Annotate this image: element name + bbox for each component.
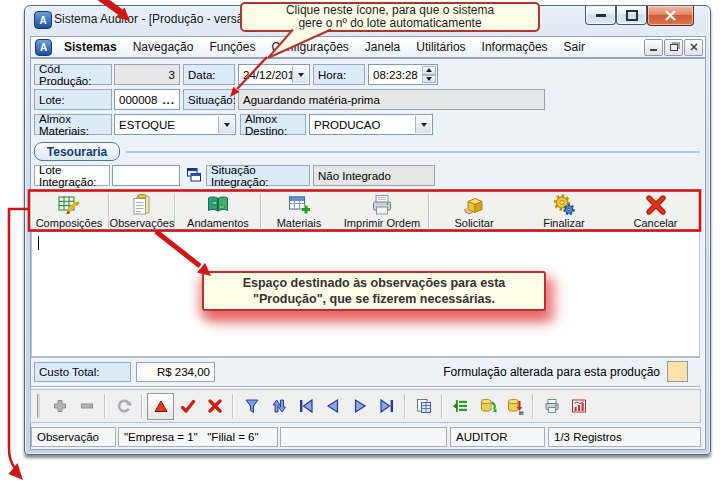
toolbar-separator xyxy=(404,394,406,418)
lote-integracao-label: Lote Integração: xyxy=(34,165,110,186)
almox-materiais-dropdown-button[interactable] xyxy=(218,116,234,133)
chevron-down-icon xyxy=(224,123,230,127)
table-pencil-icon xyxy=(57,193,81,217)
cancelar-button[interactable]: Cancelar xyxy=(610,191,701,230)
tab-tesouraria[interactable]: Tesouraria xyxy=(34,142,120,161)
statusbar-empresa-filial: "Empresa = 1" "Filial = 6" xyxy=(118,427,278,447)
record-nav-toolbar xyxy=(30,389,701,423)
minimize-button[interactable] xyxy=(585,6,616,25)
lote-label: Lote: xyxy=(34,89,112,110)
situacao-field: Aguardando matéria-prima xyxy=(238,89,545,110)
lote-integracao-field[interactable] xyxy=(112,165,180,186)
almox-destino-label: Almox Destino: xyxy=(240,114,306,135)
data-combobox[interactable]: 24/12/2013 xyxy=(238,64,310,85)
close-button[interactable] xyxy=(647,6,694,26)
imprimir-ordem-button[interactable]: Imprimir Ordem xyxy=(336,191,428,230)
materiais-button[interactable]: Materiais xyxy=(262,191,336,230)
hora-spinner[interactable] xyxy=(422,66,436,83)
gears-icon xyxy=(552,193,576,217)
import-list-icon xyxy=(452,397,470,415)
lote-browse-button[interactable]: ... xyxy=(162,94,175,106)
delete-record-button[interactable] xyxy=(73,393,100,420)
finalizar-button[interactable]: Finalizar xyxy=(518,191,610,230)
mdi-close-button[interactable] xyxy=(684,39,703,56)
menu-navegacao[interactable]: Navegação xyxy=(125,38,202,56)
refresh-icon xyxy=(115,397,133,415)
mdi-close-icon xyxy=(690,43,698,51)
solicitar-label: Solicitar xyxy=(454,217,493,229)
menu-utilitarios[interactable]: Utilitários xyxy=(408,38,473,56)
menu-sair[interactable]: Sair xyxy=(556,38,593,56)
hora-spinner-field[interactable]: 08:23:28 xyxy=(368,64,438,85)
x-icon xyxy=(206,397,224,415)
solicitar-button[interactable]: Solicitar xyxy=(430,191,518,230)
observacoes-label: Observações xyxy=(110,217,175,229)
lote-field[interactable]: 000008 ... xyxy=(114,89,180,110)
print-button[interactable] xyxy=(538,393,565,420)
import-list-button[interactable] xyxy=(447,393,474,420)
imprimir-ordem-label: Imprimir Ordem xyxy=(344,217,420,229)
statusbar-spare xyxy=(280,427,447,447)
spin-down-icon[interactable] xyxy=(422,75,436,84)
composicoes-button[interactable]: Composições xyxy=(30,191,108,230)
finalizar-label: Finalizar xyxy=(543,217,585,229)
next-record-icon xyxy=(351,397,369,415)
confirm-button[interactable] xyxy=(174,393,201,420)
maximize-button[interactable] xyxy=(616,6,647,25)
triangle-icon xyxy=(152,397,170,415)
toolbar-grip[interactable] xyxy=(37,394,40,418)
tab-rule xyxy=(126,151,700,153)
first-record-button[interactable] xyxy=(292,393,319,420)
last-record-button[interactable] xyxy=(373,393,400,420)
sort-arrows-icon xyxy=(270,397,288,415)
integrate-db-button[interactable] xyxy=(474,393,501,420)
menu-configuracoes[interactable]: Configurações xyxy=(263,38,356,56)
filter-button[interactable] xyxy=(238,393,265,420)
toolbar-separator xyxy=(104,394,106,418)
cod-producao-label: Cód. Produção: xyxy=(34,64,112,85)
grid-view-button[interactable] xyxy=(410,393,437,420)
spin-up-icon[interactable] xyxy=(422,66,436,75)
almox-destino-dropdown-button[interactable] xyxy=(415,116,431,133)
refresh-button[interactable] xyxy=(110,393,137,420)
divider xyxy=(31,357,700,359)
toolbar-separator xyxy=(232,394,234,418)
mdi-minimize-button[interactable] xyxy=(644,39,663,56)
text-cursor xyxy=(38,236,39,250)
last-record-icon xyxy=(378,397,396,415)
cancel-edit-button[interactable] xyxy=(201,393,228,420)
cascade-windows-icon[interactable] xyxy=(186,167,202,187)
menu-funcoes[interactable]: Funções xyxy=(201,38,263,56)
data-dropdown-button[interactable] xyxy=(292,66,308,83)
balloon-line2: gere o nº do lote automaticamente xyxy=(298,17,481,31)
chevron-down-icon xyxy=(298,73,304,77)
database-export-icon xyxy=(506,397,524,415)
report-chart-button[interactable] xyxy=(565,393,592,420)
almox-destino-combobox[interactable]: PRODUCAO xyxy=(309,114,433,135)
toolbar-separator xyxy=(441,394,443,418)
plus-icon xyxy=(51,397,69,415)
sort-button[interactable] xyxy=(265,393,292,420)
menu-sistemas[interactable]: Sistemas xyxy=(56,38,125,56)
statusbar-field-name: Observação xyxy=(31,427,116,447)
edit-record-button[interactable] xyxy=(147,393,174,420)
almox-materiais-combobox[interactable]: ESTOQUE xyxy=(114,114,236,135)
maximize-icon xyxy=(626,10,638,21)
export-db-button[interactable] xyxy=(501,393,528,420)
minus-icon xyxy=(78,397,96,415)
menu-janela[interactable]: Janela xyxy=(357,38,408,56)
statusbar-record-count: 1/3 Registros xyxy=(548,427,701,447)
lote-value: 000008 xyxy=(119,94,157,106)
previous-record-button[interactable] xyxy=(319,393,346,420)
clipboard-icon xyxy=(130,193,154,217)
andamentos-button[interactable]: Andamentos xyxy=(176,191,260,230)
observacoes-button[interactable]: Observações xyxy=(110,191,174,230)
andamentos-label: Andamentos xyxy=(187,217,249,229)
materiais-label: Materiais xyxy=(277,217,322,229)
mdi-restore-button[interactable] xyxy=(664,39,683,56)
mdi-restore-icon xyxy=(670,44,678,51)
add-record-button[interactable] xyxy=(46,393,73,420)
toolbar-separator xyxy=(532,394,534,418)
next-record-button[interactable] xyxy=(346,393,373,420)
menu-informacoes[interactable]: Informações xyxy=(474,38,556,56)
